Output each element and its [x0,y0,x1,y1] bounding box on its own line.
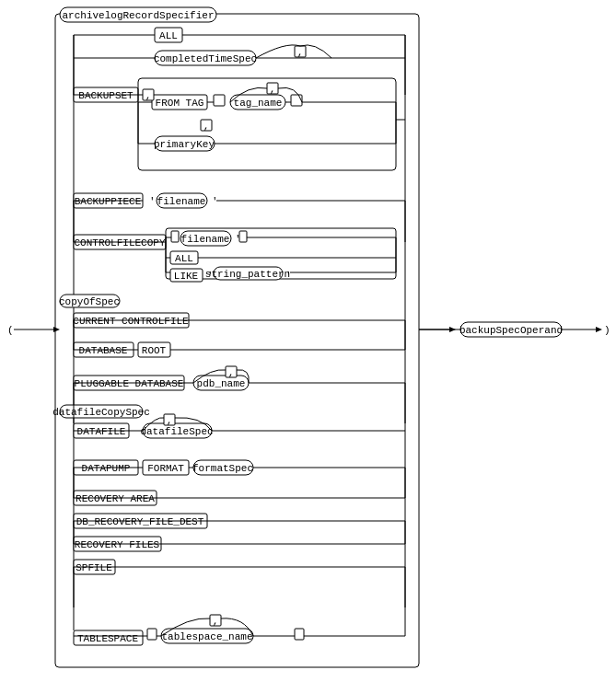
svg-marker-3 [53,327,60,332]
CONTROLFILECOPY-label: CONTROLFILECOPY [74,237,165,249]
svg-text:,: , [203,121,210,132]
svg-text:,: , [270,84,276,95]
completedTimeSpec-label: completedTimeSpec [154,53,257,64]
CURRENT-CONTROLFILE-label: CURRENT CONTROLFILE [73,316,189,327]
ALL2-label: ALL [175,253,193,264]
archivelogRecordSpecifier-label: archivelogRecordSpecifier [62,10,214,21]
right-bracket: ) [604,325,610,336]
ALL-label: ALL [159,30,178,41]
filename-label1: filename [157,196,206,207]
primaryKey-label: primaryKey [154,139,215,150]
BACKUPPIECE-label: BACKUPPIECE [75,196,142,207]
RECOVERY-FILES-label: RECOVERY FILES [75,539,160,550]
svg-text:,: , [228,367,235,378]
DB-RECOVERY-FILE-DEST-label: DB_RECOVERY_FILE_DEST [76,516,204,527]
DATAPUMP-label: DATAPUMP [82,463,131,474]
svg-text:': ' [149,196,156,207]
SPFILE-label: SPFILE [76,562,112,573]
svg-text:,: , [297,47,304,58]
tablespace-name-label: tablespace_name [161,631,252,642]
formatSpec-label: formatSpec [192,463,253,474]
svg-text:,: , [213,616,219,627]
svg-rect-51 [171,231,179,242]
pdb-name-label: pdb_name [197,378,246,389]
FROM-TAG-label: FROM TAG [156,98,204,109]
TABLESPACE-label: TABLESPACE [77,633,138,644]
BACKUPSET-label: BACKUPSET [78,90,134,101]
svg-text:,: , [167,415,173,426]
svg-rect-112 [295,629,304,640]
DATABASE-label: DATABASE [79,345,128,356]
PLUGGABLE-DATABASE-label: PLUGGABLE DATABASE [75,378,184,389]
railroad-diagram: archivelogRecordSpecifier ( ) ALL comple… [0,0,616,682]
svg-text:': ' [212,196,218,207]
copyOfSpec-label: copyOfSpec [59,296,120,307]
svg-rect-19 [214,95,225,106]
tag-name-label: tag_name [234,98,283,109]
backupSpecOperand-label: backupSpecOperand [459,325,563,336]
RECOVERY-AREA-label: RECOVERY AREA [76,493,155,504]
DATAFILE-label: DATAFILE [77,426,126,437]
svg-rect-111 [147,629,157,640]
left-bracket: ( [7,325,14,336]
datafileCopySpec-label: datafileCopySpec [52,407,150,418]
string-pattern-label: string_pattern [205,269,290,280]
svg-marker-74 [596,327,602,332]
ROOT-label: ROOT [142,345,167,356]
LIKE-label: LIKE [174,271,199,282]
FORMAT-label: FORMAT [147,463,184,474]
svg-text:,: , [145,90,152,101]
svg-rect-22 [291,95,302,106]
filename-label2: filename [181,234,230,245]
svg-rect-52 [239,231,247,242]
datafileSpec-label: datafileSpec [140,426,213,437]
